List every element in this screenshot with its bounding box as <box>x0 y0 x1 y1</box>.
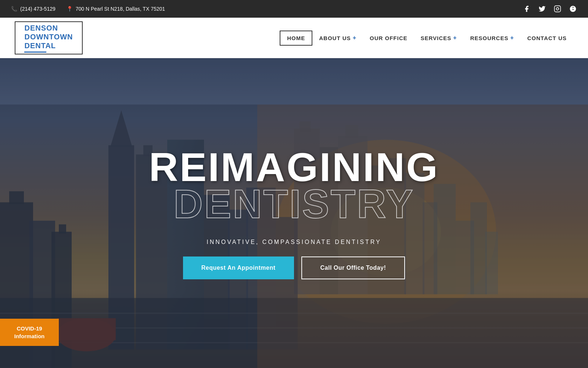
logo[interactable]: DENSON DOWNTOWN DENTAL <box>15 21 83 54</box>
location-icon <box>67 6 73 12</box>
nav-item-home[interactable]: HOME <box>280 31 312 46</box>
address-text: 700 N Pearl St N218, Dallas, TX 75201 <box>76 6 165 12</box>
hero-content: REIMAGINING DENTISTRY INNOVATIVE, COMPAS… <box>129 147 459 279</box>
nav-item-services[interactable]: SERVICES + <box>414 31 463 45</box>
services-plus-icon: + <box>453 35 457 41</box>
hero-title-line2: DENTISTRY <box>129 184 459 224</box>
nav-link-office[interactable]: OUR OFFICE <box>363 31 414 45</box>
resources-plus-icon: + <box>510 35 514 41</box>
nav-link-home[interactable]: HOME <box>280 31 312 46</box>
nav-links: HOME ABOUT US + OUR OFFICE SERVICES + RE… <box>280 31 573 46</box>
twitter-icon[interactable] <box>538 5 546 13</box>
about-plus-icon: + <box>353 35 356 41</box>
phone-icon <box>11 6 17 12</box>
social-links <box>523 5 577 13</box>
facebook-icon[interactable] <box>523 5 531 13</box>
covid-banner[interactable]: COVID-19 Information <box>0 319 59 346</box>
nav-item-contact[interactable]: CONTACT US <box>521 31 573 45</box>
logo-text: DENSON DOWNTOWN DENTAL <box>24 24 73 50</box>
phone-number: (214) 473-5129 <box>20 6 55 12</box>
nav-bar: DENSON DOWNTOWN DENTAL HOME ABOUT US + O… <box>0 18 588 58</box>
nav-item-office[interactable]: OUR OFFICE <box>363 31 414 45</box>
instagram-icon[interactable] <box>553 5 562 13</box>
hero-buttons: Request An Appointment Call Our Office T… <box>129 256 459 279</box>
svg-rect-0 <box>555 6 561 12</box>
appointment-button[interactable]: Request An Appointment <box>183 256 294 279</box>
covid-text-line2: Information <box>14 333 45 339</box>
phone-item[interactable]: (214) 473-5129 <box>11 6 55 12</box>
nav-link-contact[interactable]: CONTACT US <box>521 31 573 45</box>
logo-underline <box>24 52 46 53</box>
hero-subtitle: INNOVATIVE, COMPASSIONATE DENTISTRY <box>129 239 459 245</box>
top-bar: (214) 473-5129 700 N Pearl St N218, Dall… <box>0 0 588 18</box>
yelp-icon[interactable] <box>569 5 577 13</box>
nav-link-services[interactable]: SERVICES + <box>414 31 463 45</box>
address-item[interactable]: 700 N Pearl St N218, Dallas, TX 75201 <box>67 6 165 12</box>
call-office-button[interactable]: Call Our Office Today! <box>301 256 405 279</box>
hero-section: REIMAGINING DENTISTRY INNOVATIVE, COMPAS… <box>0 58 588 368</box>
nav-link-resources[interactable]: RESOURCES + <box>463 31 520 45</box>
top-bar-left: (214) 473-5129 700 N Pearl St N218, Dall… <box>11 6 165 12</box>
nav-link-about[interactable]: ABOUT US + <box>312 31 363 45</box>
covid-text-line1: COVID-19 <box>17 325 42 332</box>
nav-item-resources[interactable]: RESOURCES + <box>463 31 520 45</box>
nav-item-about[interactable]: ABOUT US + <box>312 31 363 45</box>
